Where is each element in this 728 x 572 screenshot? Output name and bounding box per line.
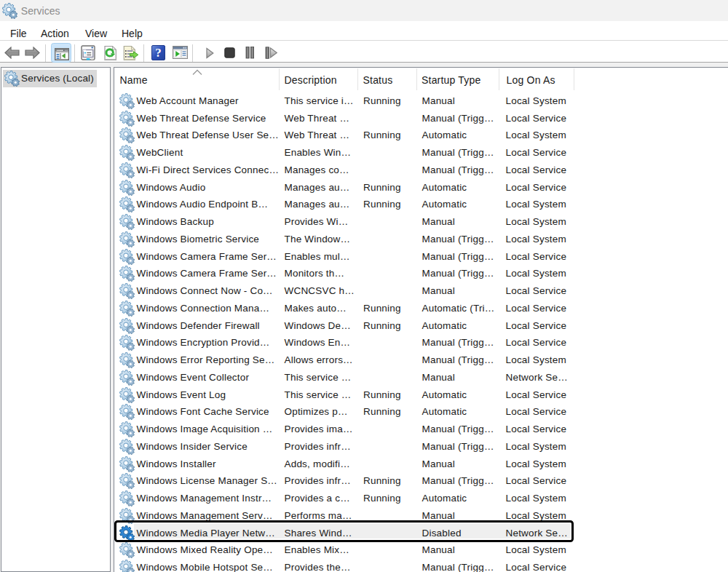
- svg-text:?: ?: [155, 46, 162, 60]
